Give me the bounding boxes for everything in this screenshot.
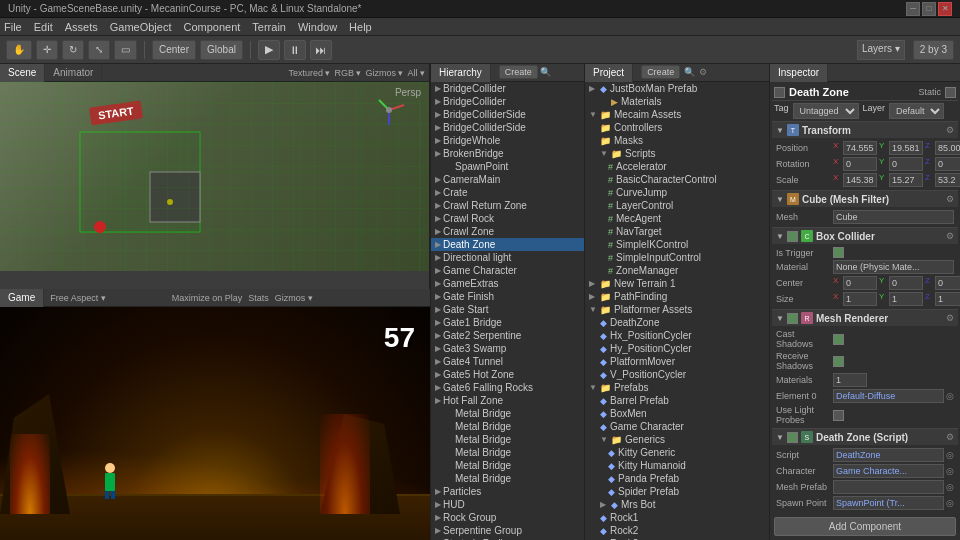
game-gizmos[interactable]: Gizmos ▾ (275, 293, 313, 303)
scale-y-field[interactable] (889, 173, 923, 187)
p-curvejump[interactable]: #CurveJump (585, 186, 769, 199)
tab-inspector[interactable]: Inspector (770, 64, 828, 82)
menu-edit[interactable]: Edit (34, 21, 53, 33)
p-rock2[interactable]: ◆Rock2 (585, 524, 769, 537)
h-gate3[interactable]: ▶Gate3 Swamp (431, 342, 584, 355)
menu-window[interactable]: Window (298, 21, 337, 33)
p-boxmen[interactable]: ◆BoxMen (585, 407, 769, 420)
h-bridgecolliderside1[interactable]: ▶BridgeColliderSide (431, 108, 584, 121)
meshrenderer-header[interactable]: ▼ R Mesh Renderer ⚙ (772, 309, 958, 326)
p-deathzone[interactable]: ◆DeathZone (585, 316, 769, 329)
mesh-field[interactable] (833, 210, 954, 224)
deathzonescript-header[interactable]: ▼ S Death Zone (Script) ⚙ (772, 428, 958, 445)
castshadows-checkbox[interactable] (833, 334, 844, 345)
scale-x-field[interactable] (843, 173, 877, 187)
p-masks[interactable]: 📁Masks (585, 134, 769, 147)
scene-all[interactable]: All ▾ (407, 68, 425, 78)
project-options-icon[interactable]: ⚙ (699, 67, 707, 77)
meshprefab-field[interactable] (833, 480, 944, 494)
scene-textured[interactable]: Textured ▾ (288, 68, 330, 78)
boxcollider-gear-icon[interactable]: ⚙ (946, 231, 954, 241)
deathzonescript-gear-icon[interactable]: ⚙ (946, 432, 954, 442)
center-toggle[interactable]: Center (152, 40, 196, 60)
hierarchy-create-btn[interactable]: Create (499, 65, 538, 79)
p-platformerassets[interactable]: ▼📁Platformer Assets (585, 303, 769, 316)
p-navtarget[interactable]: #NavTarget (585, 225, 769, 238)
h-crawlzone[interactable]: ▶Crawl Zone (431, 225, 584, 238)
size-z-field[interactable] (935, 292, 960, 306)
static-checkbox[interactable] (945, 87, 956, 98)
global-toggle[interactable]: Global (200, 40, 243, 60)
center-z-field[interactable] (935, 276, 960, 290)
h-gate4[interactable]: ▶Gate4 Tunnel (431, 355, 584, 368)
h-metalbridge3[interactable]: Metal Bridge (431, 433, 584, 446)
h-gameextras[interactable]: ▶GameExtras (431, 277, 584, 290)
p-mrsbot[interactable]: ▶◆Mrs Bot (585, 498, 769, 511)
h-crawlreturnzone[interactable]: ▶Crawl Return Zone (431, 199, 584, 212)
h-particles[interactable]: ▶Particles (431, 485, 584, 498)
p-mecanim[interactable]: ▼📁Mecaim Assets (585, 108, 769, 121)
pos-y-field[interactable] (889, 141, 923, 155)
p-hxposition[interactable]: ◆Hx_PositionCycler (585, 329, 769, 342)
layout-dropdown[interactable]: 2 by 3 (913, 40, 954, 60)
p-generics[interactable]: ▼📁Generics (585, 433, 769, 446)
pos-z-field[interactable] (935, 141, 960, 155)
p-panda[interactable]: ◆Panda Prefab (585, 472, 769, 485)
h-gatestart[interactable]: ▶Gate Start (431, 303, 584, 316)
p-kittyhuman[interactable]: ◆Kitty Humanoid (585, 459, 769, 472)
hand-tool[interactable]: ✋ (6, 40, 32, 60)
h-metalbridge2[interactable]: Metal Bridge (431, 420, 584, 433)
h-crate[interactable]: ▶Crate (431, 186, 584, 199)
size-y-field[interactable] (889, 292, 923, 306)
hierarchy-search-icon[interactable]: 🔍 (540, 67, 551, 77)
p-rock1[interactable]: ◆Rock1 (585, 511, 769, 524)
h-bridgecolliderside2[interactable]: ▶BridgeColliderSide (431, 121, 584, 134)
h-deathzone[interactable]: ▶Death Zone (431, 238, 584, 251)
h-gate6[interactable]: ▶Gate6 Falling Rocks (431, 381, 584, 394)
h-gatefinish[interactable]: ▶Gate Finish (431, 290, 584, 303)
p-hyposition[interactable]: ◆Hy_PositionCycler (585, 342, 769, 355)
minimize-btn[interactable]: ─ (906, 2, 920, 16)
p-spider[interactable]: ◆Spider Prefab (585, 485, 769, 498)
center-y-field[interactable] (889, 276, 923, 290)
rot-z-field[interactable] (935, 157, 960, 171)
script-field[interactable] (833, 448, 944, 462)
tab-project[interactable]: Project (585, 64, 633, 82)
script-pick-icon[interactable]: ◎ (946, 450, 954, 460)
step-button[interactable]: ⏭ (310, 40, 332, 60)
pos-x-field[interactable] (843, 141, 877, 155)
receiveshadows-checkbox[interactable] (833, 356, 844, 367)
play-button[interactable]: ▶ (258, 40, 280, 60)
size-x-field[interactable] (843, 292, 877, 306)
p-pathfinding[interactable]: ▶📁PathFinding (585, 290, 769, 303)
menu-gameobject[interactable]: GameObject (110, 21, 172, 33)
character-field[interactable] (833, 464, 944, 478)
menu-help[interactable]: Help (349, 21, 372, 33)
element0-field[interactable] (833, 389, 944, 403)
layers-dropdown[interactable]: Layers ▾ (857, 40, 905, 60)
project-create-btn[interactable]: Create (641, 65, 680, 79)
boxcollider-header[interactable]: ▼ C Box Collider ⚙ (772, 227, 958, 244)
transform-gear-icon[interactable]: ⚙ (946, 125, 954, 135)
character-pick-icon[interactable]: ◎ (946, 466, 954, 476)
h-spawnpoint[interactable]: SpawnPoint (431, 160, 584, 173)
menu-assets[interactable]: Assets (65, 21, 98, 33)
object-active-checkbox[interactable] (774, 87, 785, 98)
h-gate1[interactable]: ▶Gate1 Bridge (431, 316, 584, 329)
p-layercontrol[interactable]: #LayerControl (585, 199, 769, 212)
pause-button[interactable]: ⏸ (284, 40, 306, 60)
h-metalbridge6[interactable]: Metal Bridge (431, 472, 584, 485)
p-accelerator[interactable]: #Accelerator (585, 160, 769, 173)
tab-scene[interactable]: Scene (0, 64, 45, 82)
p-mecagent[interactable]: #MecAgent (585, 212, 769, 225)
menu-terrain[interactable]: Terrain (252, 21, 286, 33)
meshprefab-pick-icon[interactable]: ◎ (946, 482, 954, 492)
meshfilter-gear-icon[interactable]: ⚙ (946, 194, 954, 204)
scale-z-field[interactable] (935, 173, 960, 187)
h-metalbridge4[interactable]: Metal Bridge (431, 446, 584, 459)
game-free-aspect[interactable]: Free Aspect ▾ (50, 293, 106, 303)
rect-tool[interactable]: ▭ (114, 40, 137, 60)
p-platformmover[interactable]: ◆PlatformMover (585, 355, 769, 368)
p-scripts[interactable]: ▼📁Scripts (585, 147, 769, 160)
h-crawlrock[interactable]: ▶Crawl Rock (431, 212, 584, 225)
